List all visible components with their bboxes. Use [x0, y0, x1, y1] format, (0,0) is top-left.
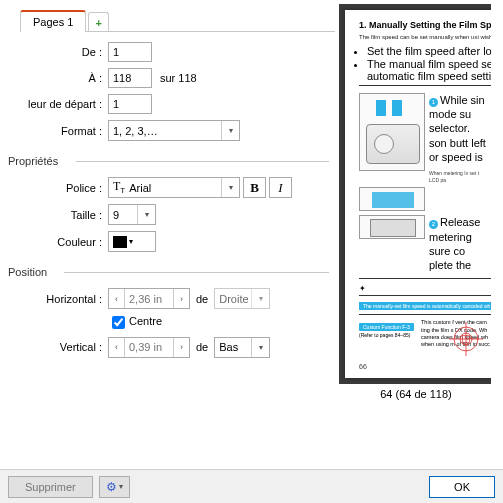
size-label: Taille : [8, 209, 108, 221]
format-label: Format : [8, 125, 108, 137]
section-properties: Propriétés [8, 155, 335, 167]
format-combo[interactable]: 1, 2, 3,… ▾ [108, 120, 240, 141]
chevron-down-icon: ▾ [137, 205, 155, 224]
chevron-down-icon: ▾ [221, 178, 239, 197]
vertical-spinner[interactable]: ‹ 0,39 in › [108, 337, 190, 358]
tab-pages-1[interactable]: Pages 1 [20, 10, 86, 32]
color-swatch: ▾ [113, 233, 143, 251]
spin-right[interactable]: › [173, 338, 189, 357]
bottom-bar: Supprimer ⚙▾ OK [0, 469, 503, 503]
spin-right[interactable]: › [173, 289, 189, 308]
horizontal-label: Horizontal : [8, 293, 108, 305]
step-number-1: 1 [429, 98, 438, 107]
preview-pane: 1. Manually Setting the Film Sp The film… [339, 4, 491, 384]
vertical-ref-combo[interactable]: Bas ▾ [214, 337, 270, 358]
gear-icon: ⚙ [106, 480, 117, 494]
from-input[interactable] [108, 42, 152, 62]
to-label: À : [8, 72, 108, 84]
spin-left[interactable]: ‹ [109, 338, 125, 357]
chevron-down-icon: ▾ [251, 289, 269, 308]
delete-button[interactable]: Supprimer [8, 476, 93, 498]
centre-checkbox-label[interactable]: Centre [112, 315, 162, 327]
chevron-down-icon: ▾ [221, 121, 239, 140]
de-label: de [196, 341, 208, 353]
chevron-down-icon: ▾ [119, 482, 123, 491]
plus-icon: + [95, 17, 101, 29]
add-tab-button[interactable]: + [88, 12, 108, 32]
start-label: leur de départ : [8, 98, 108, 110]
color-box [113, 236, 127, 248]
size-combo[interactable]: 9 ▾ [108, 204, 156, 225]
preview-title: 1. Manually Setting the Film Sp [359, 20, 491, 30]
ok-button[interactable]: OK [429, 476, 495, 498]
tab-label: Pages 1 [33, 16, 73, 28]
font-value: Arial [129, 182, 235, 194]
from-label: De : [8, 46, 108, 58]
target-marker [449, 322, 483, 356]
section-position: Position [8, 266, 335, 278]
horizontal-ref-combo[interactable]: Droite ▾ [214, 288, 270, 309]
of-total: 118 [178, 72, 196, 84]
to-input[interactable] [108, 68, 152, 88]
font-icon: TT [113, 179, 125, 195]
font-label: Police : [8, 182, 108, 194]
step-number-2: 2 [429, 220, 438, 229]
info-icon: ✦ [359, 284, 366, 293]
horizontal-spinner[interactable]: ‹ 2,36 in › [108, 288, 190, 309]
preview-bullets: Set the film speed after loading the fil… [367, 45, 491, 82]
of-label: sur [160, 72, 175, 84]
settings-button[interactable]: ⚙▾ [99, 476, 130, 498]
color-label: Couleur : [8, 236, 108, 248]
preview-page-number: 66 [359, 363, 367, 370]
color-combo[interactable]: ▾ [108, 231, 156, 252]
spin-left[interactable]: ‹ [109, 289, 125, 308]
format-value: 1, 2, 3,… [113, 125, 235, 137]
chevron-down-icon: ▾ [251, 338, 269, 357]
preview-band: The manually-set film speed is automatic… [359, 302, 491, 310]
vertical-value: 0,39 in [125, 338, 173, 357]
start-input[interactable] [108, 94, 152, 114]
de-label: de [196, 293, 208, 305]
horizontal-value: 2,36 in [125, 289, 173, 308]
centre-checkbox[interactable] [112, 316, 125, 329]
page-counter: 64 (64 de 118) [335, 388, 497, 400]
italic-button[interactable]: I [269, 177, 292, 198]
vertical-label: Vertical : [8, 341, 108, 353]
preview-intro: The film speed can be set manually when … [359, 34, 491, 42]
font-combo[interactable]: TT Arial ▾ [108, 177, 240, 198]
custom-fn-badge: Custom Function F-3 [359, 323, 414, 331]
bold-button[interactable]: B [243, 177, 266, 198]
